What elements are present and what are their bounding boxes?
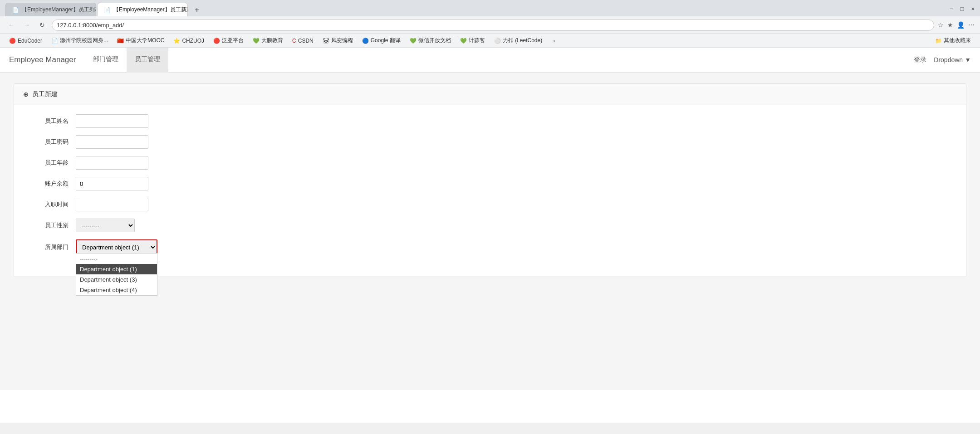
bookmark-mooc[interactable]: 🇨🇳 中国大学MOOC <box>113 36 168 45</box>
tab-label: 【EmployeeManager】员工列表 <box>22 6 96 14</box>
tab-favicon-2: 📄 <box>104 7 111 13</box>
input-pwd[interactable] <box>76 135 148 149</box>
select-gender[interactable]: --------- 男 女 <box>76 219 135 232</box>
tab-favicon: 📄 <box>12 7 19 13</box>
nav-item-dept[interactable]: 部门管理 <box>85 48 127 73</box>
bookmark-wechat-docs[interactable]: 💚 微信开放文档 <box>406 36 455 45</box>
bookmark-chzuoj[interactable]: ⭐ CHZUOJ <box>170 37 208 45</box>
brand-logo: Employee Manager <box>9 55 76 64</box>
tab-label-2: 【EmployeeManager】员工新建 <box>113 6 188 14</box>
field-hire-date: 入职时间 <box>32 198 957 211</box>
nav-item-emp[interactable]: 员工管理 <box>127 48 168 73</box>
bookmark-school[interactable]: 📄 滁州学院校园网身... <box>48 36 112 45</box>
select-dept[interactable]: --------- Department object (1) Departme… <box>77 240 157 254</box>
dropdown-button[interactable]: Dropdown ▼ <box>934 56 971 63</box>
field-age: 员工年龄 <box>32 156 957 170</box>
refresh-button[interactable]: ↻ <box>36 19 48 31</box>
bookmark-fengbian[interactable]: 🐼 风变编程 <box>319 36 357 45</box>
bookmark-jisuanke[interactable]: 💚 计蒜客 <box>456 36 489 45</box>
maximize-button[interactable]: □ <box>960 5 964 12</box>
dept-option-empty[interactable]: --------- <box>76 254 157 264</box>
label-balance: 账户余额 <box>32 180 69 188</box>
dept-option-4[interactable]: Department object (4) <box>76 285 157 295</box>
input-name[interactable] <box>76 114 148 128</box>
plus-icon: ⊕ <box>23 91 29 98</box>
address-input[interactable] <box>52 20 934 31</box>
label-pwd: 员工密码 <box>32 138 69 146</box>
new-tab-button[interactable]: + <box>191 4 203 16</box>
star-icon[interactable]: ☆ <box>938 21 944 29</box>
chevron-down-icon: ▼ <box>965 56 971 63</box>
back-button[interactable]: ← <box>5 19 17 31</box>
bookmark-leetcode[interactable]: ⚪ 力扣 (LeetCode) <box>490 36 546 45</box>
bookmark-educoder[interactable]: 🔴 EduCoder <box>5 37 46 45</box>
input-hire-date[interactable] <box>76 198 148 211</box>
bookmark-google-translate[interactable]: 🔵 Google 翻译 <box>358 36 404 45</box>
login-button[interactable]: 登录 <box>914 56 926 64</box>
input-age[interactable] <box>76 156 148 170</box>
forward-button[interactable]: → <box>21 19 33 31</box>
field-gender: 员工性别 --------- 男 女 <box>32 219 957 232</box>
dept-dropdown-list: --------- Department object (1) Departme… <box>76 253 157 296</box>
label-name: 员工姓名 <box>32 117 69 125</box>
bookmark-fanya[interactable]: 🔴 泛亚平台 <box>210 36 247 45</box>
dept-dropdown-container: --------- Department object (1) Departme… <box>76 239 157 255</box>
close-button[interactable]: × <box>971 5 975 12</box>
field-name: 员工姓名 <box>32 114 957 128</box>
dept-option-3[interactable]: Department object (3) <box>76 274 157 285</box>
tab-employee-add[interactable]: 📄 【EmployeeManager】员工新建 ✕ <box>97 3 188 16</box>
dept-option-1[interactable]: Department object (1) <box>76 264 157 274</box>
menu-icon[interactable]: ⋯ <box>968 21 975 29</box>
label-dept: 所属部门 <box>32 243 69 251</box>
bookmark-csdn[interactable]: C CSDN <box>289 37 317 45</box>
label-hire-date: 入职时间 <box>32 200 69 209</box>
minimize-button[interactable]: − <box>950 5 953 12</box>
field-dept: 所属部门 --------- Department object (1) Dep… <box>32 239 957 255</box>
profile-icon[interactable]: 👤 <box>957 21 965 29</box>
input-balance[interactable] <box>76 177 148 190</box>
label-age: 员工年龄 <box>32 159 69 167</box>
form-title: 员工新建 <box>32 90 58 98</box>
tab-employee-list[interactable]: 📄 【EmployeeManager】员工列表 ✕ <box>5 3 96 16</box>
bookmarks-folder[interactable]: 📁 其他收藏来 <box>931 36 975 45</box>
label-gender: 员工性别 <box>32 221 69 229</box>
bookmark-dapeng[interactable]: 💚 大鹏教育 <box>249 36 287 45</box>
bookmark-icon[interactable]: ★ <box>947 21 953 29</box>
bookmarks-more-button[interactable]: › <box>549 37 559 45</box>
field-pwd: 员工密码 <box>32 135 957 149</box>
field-balance: 账户余额 <box>32 177 957 190</box>
